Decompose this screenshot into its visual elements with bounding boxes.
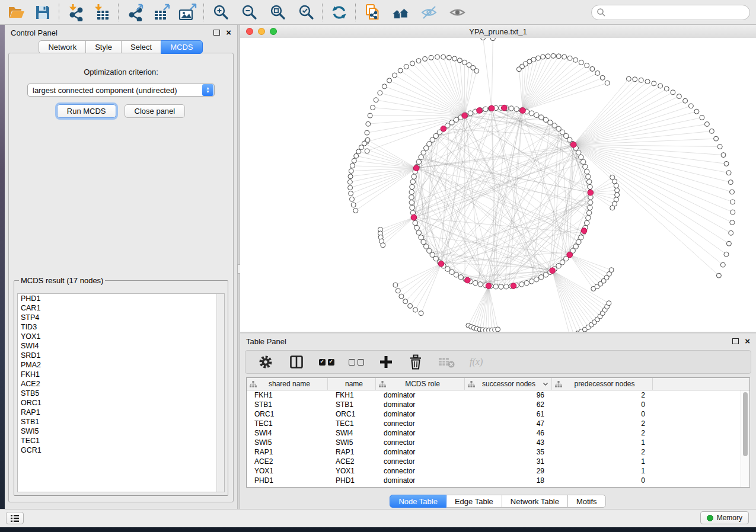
export-network-icon[interactable]	[125, 2, 146, 23]
table-settings-icon[interactable]	[257, 353, 274, 371]
mcds-result-item[interactable]: ORC1	[18, 398, 224, 408]
zoom-fit-icon[interactable]	[267, 2, 288, 23]
table-tab-edge-table[interactable]: Edge Table	[446, 495, 502, 508]
network-node[interactable]	[626, 76, 631, 81]
network-node[interactable]	[414, 225, 419, 230]
mcds-result-item[interactable]: SWI4	[18, 341, 224, 351]
network-node[interactable]	[658, 84, 663, 88]
table-cell[interactable]: TEC1	[247, 419, 328, 428]
table-cell[interactable]: ORC1	[247, 410, 328, 418]
network-node[interactable]	[424, 244, 429, 249]
run-mcds-button[interactable]: Run MCDS	[57, 104, 116, 118]
network-node[interactable]	[454, 117, 458, 122]
network-node[interactable]	[410, 205, 414, 210]
zoom-selected-icon[interactable]	[295, 2, 317, 23]
column-layout-icon[interactable]	[288, 353, 305, 371]
table-cell[interactable]: ACE2	[247, 457, 328, 466]
network-node-mcds[interactable]	[581, 228, 587, 234]
table-cell[interactable]: PHD1	[247, 476, 328, 485]
network-node-mcds[interactable]	[588, 190, 594, 196]
network-node[interactable]	[688, 104, 693, 108]
network-node-mcds[interactable]	[441, 126, 446, 132]
table-tab-network-table[interactable]: Network Table	[502, 495, 568, 508]
network-node[interactable]	[368, 113, 372, 118]
network-node[interactable]	[350, 164, 355, 168]
network-node-mcds[interactable]	[465, 277, 471, 283]
table-cell[interactable]: RAP1	[247, 448, 328, 456]
table-cell[interactable]: YOX1	[328, 467, 376, 475]
network-node[interactable]	[473, 281, 478, 286]
network-node[interactable]	[374, 98, 378, 102]
table-row[interactable]: RAP1RAP1dominator352	[247, 447, 749, 457]
table-cell[interactable]: FKH1	[247, 391, 328, 399]
table-cell[interactable]: 46	[465, 429, 552, 437]
control-tab-network[interactable]: Network	[39, 40, 86, 54]
network-node[interactable]	[483, 107, 488, 111]
column-header-name[interactable]: name	[328, 378, 376, 390]
network-node[interactable]	[514, 107, 519, 111]
network-node[interactable]	[546, 54, 550, 59]
network-node[interactable]	[645, 79, 650, 84]
network-node[interactable]	[410, 180, 415, 184]
network-node[interactable]	[366, 121, 371, 126]
network-node[interactable]	[588, 184, 592, 189]
network-node[interactable]	[410, 184, 414, 189]
network-node[interactable]	[579, 155, 583, 159]
table-cell[interactable]: SWI5	[247, 438, 328, 447]
mcds-result-item[interactable]: PMA2	[18, 360, 224, 370]
clone-network-icon[interactable]	[362, 2, 383, 23]
network-node[interactable]	[731, 200, 735, 204]
network-node[interactable]	[474, 69, 479, 73]
control-tab-mcds[interactable]: MCDS	[161, 40, 202, 54]
deselect-all-rows-icon[interactable]	[349, 359, 364, 366]
mcds-result-item[interactable]: GCR1	[18, 446, 224, 455]
network-node[interactable]	[585, 169, 589, 174]
network-node[interactable]	[579, 60, 583, 65]
network-node[interactable]	[536, 56, 541, 60]
network-node[interactable]	[590, 66, 595, 71]
close-panel-button[interactable]: Close panel	[125, 104, 186, 118]
network-node[interactable]	[352, 158, 356, 163]
first-neighbors-icon[interactable]	[390, 2, 412, 23]
network-node[interactable]	[351, 203, 356, 207]
network-graph[interactable]	[240, 38, 756, 332]
network-node[interactable]	[435, 55, 440, 59]
column-header-shared-name[interactable]: shared name	[247, 378, 328, 390]
network-node[interactable]	[354, 153, 359, 158]
network-node[interactable]	[423, 56, 428, 61]
network-node[interactable]	[583, 164, 588, 169]
table-cell[interactable]: 1	[552, 438, 653, 447]
table-cell[interactable]: 2	[552, 419, 653, 428]
network-node[interactable]	[519, 282, 524, 287]
network-node[interactable]	[531, 57, 536, 62]
table-cell[interactable]: YOX1	[247, 467, 328, 475]
network-node[interactable]	[700, 115, 704, 120]
network-node[interactable]	[730, 220, 735, 225]
network-node[interactable]	[393, 73, 397, 78]
table-cell[interactable]: 35	[465, 448, 552, 456]
network-node[interactable]	[446, 55, 451, 60]
network-node[interactable]	[356, 149, 361, 154]
add-column-icon[interactable]	[378, 353, 394, 371]
network-node[interactable]	[607, 301, 611, 306]
mcds-result-item[interactable]: ACE2	[18, 379, 224, 389]
network-node[interactable]	[371, 105, 375, 110]
network-node[interactable]	[399, 294, 404, 299]
network-node[interactable]	[585, 220, 589, 225]
table-cell[interactable]: dominator	[376, 448, 465, 456]
network-node[interactable]	[350, 197, 355, 201]
network-node[interactable]	[349, 169, 353, 174]
network-node[interactable]	[714, 136, 719, 141]
show-all-icon[interactable]	[447, 2, 468, 23]
table-cell[interactable]: 1	[552, 457, 653, 466]
network-node[interactable]	[427, 142, 432, 146]
table-cell[interactable]: RAP1	[328, 448, 376, 456]
table-cell[interactable]: dominator	[376, 476, 465, 485]
network-node[interactable]	[539, 115, 544, 120]
network-node[interactable]	[348, 174, 353, 179]
close-panel-icon[interactable]: ×	[226, 30, 231, 36]
network-node[interactable]	[726, 241, 731, 246]
network-node[interactable]	[664, 86, 669, 91]
export-table-icon[interactable]	[151, 2, 172, 23]
table-cell[interactable]: connector	[376, 438, 465, 447]
